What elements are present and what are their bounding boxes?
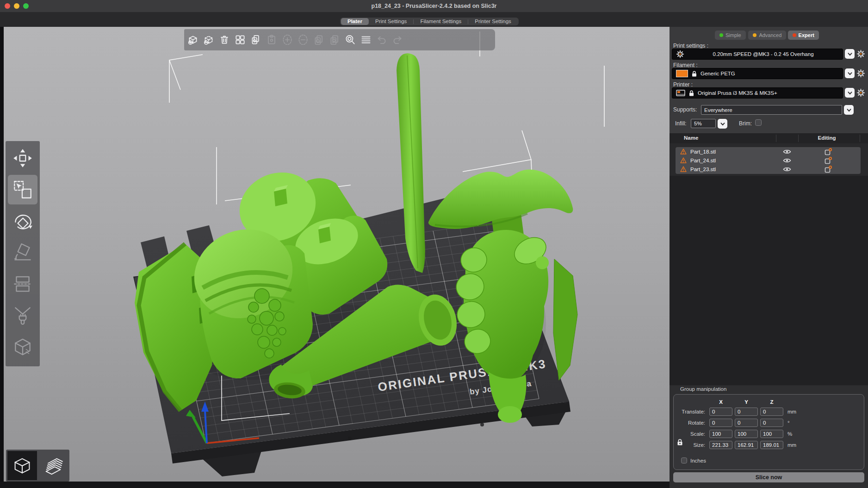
slice-now-button[interactable]: Slice now: [673, 472, 864, 482]
infill-combo[interactable]: 5%: [691, 119, 716, 128]
edit-object-button[interactable]: [825, 148, 832, 155]
delete-all-button[interactable]: [218, 34, 230, 46]
inches-checkbox[interactable]: [681, 457, 687, 463]
plater-scene: ORIGINAL PRUSA i3 MK3 by Josef Prusa: [4, 27, 670, 482]
tab-print-settings[interactable]: Print Settings: [369, 18, 413, 25]
uniform-scale-lock-icon[interactable]: [677, 439, 683, 448]
scale--label: Scale:: [680, 431, 707, 437]
window-title: p18_24_23 - PrusaSlicer-2.4.2 based on S…: [0, 0, 868, 12]
sidebar-spacer: [670, 176, 868, 385]
inches-label: Inches: [690, 458, 706, 463]
split-objects-button[interactable]: [313, 34, 325, 46]
copy-button[interactable]: [250, 34, 262, 46]
printer-label: Printer :: [673, 81, 693, 88]
print-settings-combo[interactable]: 0.20mm SPEED @MK3 - 0.2 45 Overhang: [672, 49, 843, 60]
mode-dot-icon: [793, 33, 796, 37]
delete-button[interactable]: [203, 34, 215, 46]
search-button[interactable]: [344, 34, 356, 46]
size--y-field[interactable]: [735, 441, 758, 449]
place-on-face-gizmo-button[interactable]: [8, 238, 37, 267]
rotate--y-field[interactable]: [735, 419, 758, 427]
rotate--z-field[interactable]: [760, 419, 783, 427]
print-settings-gear-button[interactable]: [856, 49, 865, 58]
edit-object-button[interactable]: [825, 157, 832, 164]
move-gizmo-button[interactable]: [8, 143, 37, 173]
scale-gizmo-button[interactable]: [8, 175, 37, 204]
translate--unit: mm: [786, 409, 804, 414]
edit-object-button[interactable]: [825, 166, 832, 173]
translate--x-field[interactable]: [709, 408, 732, 416]
add-button[interactable]: [187, 34, 199, 46]
seam-gizmo-button[interactable]: [8, 332, 37, 362]
object-name: Part_24.stl: [690, 158, 716, 163]
translate--z-field[interactable]: [760, 408, 783, 416]
translate--y-field[interactable]: [735, 408, 758, 416]
print-settings-label: Print settings :: [673, 43, 708, 49]
scale--unit: %: [786, 431, 804, 437]
object-list: Part_18.stlPart_24.stlPart_23.stl: [670, 143, 868, 176]
redo-button[interactable]: [391, 34, 403, 46]
filament-dropdown-button[interactable]: [845, 68, 855, 78]
axis-header-z: Z: [760, 399, 783, 405]
warning-icon: [680, 148, 687, 154]
lock-icon: [691, 70, 697, 77]
eye-visibility-button[interactable]: [783, 149, 791, 154]
preview-view-button[interactable]: [38, 451, 68, 480]
object-name: Part_18.stl: [690, 149, 716, 154]
editor-3d-view-button[interactable]: [7, 451, 37, 480]
paste-button[interactable]: [266, 34, 278, 46]
group-manipulation-grid: XYZTranslate:mmRotate:°Scale:%Size:mm: [680, 399, 804, 449]
remove-instance-button[interactable]: [297, 34, 309, 46]
supports-dropdown-button[interactable]: [844, 105, 854, 115]
mode-advanced-button[interactable]: Advanced: [748, 31, 786, 40]
supports-combo[interactable]: Everywhere: [701, 105, 842, 115]
mode-expert-button[interactable]: Expert: [788, 31, 819, 40]
tab-printer-settings[interactable]: Printer Settings: [468, 18, 518, 25]
eye-visibility-button[interactable]: [783, 158, 791, 163]
arrange-button[interactable]: [234, 34, 246, 46]
filament-combo[interactable]: Generic PETG: [672, 68, 843, 79]
variable-layer-height-button[interactable]: [360, 34, 372, 46]
size--z-field[interactable]: [760, 441, 783, 449]
filament-label: Filament :: [673, 62, 698, 68]
mode-simple-button[interactable]: Simple: [715, 31, 746, 40]
rotate--x-field[interactable]: [709, 419, 732, 427]
object-row-part-23-stl[interactable]: Part_23.stl: [676, 165, 861, 173]
eye-visibility-button[interactable]: [783, 167, 791, 172]
printer-combo[interactable]: Original Prusa i3 MK3S & MK3S+: [672, 87, 843, 99]
filament-gear-button[interactable]: [856, 69, 865, 78]
group-manipulation-panel: XYZTranslate:mmRotate:°Scale:%Size:mm In…: [673, 394, 864, 470]
scale--x-field[interactable]: [709, 430, 732, 438]
plater-toolbar: [184, 29, 495, 50]
paint-supports-gizmo-button[interactable]: [8, 301, 37, 330]
infill-label: Infill:: [675, 120, 687, 127]
sidebar: SimpleAdvancedExpert Print settings : 0.…: [670, 27, 868, 488]
print-settings-dropdown-button[interactable]: [845, 49, 855, 59]
group-manipulation-section: Group manipulation XYZTranslate:mmRotate…: [670, 385, 868, 488]
mode-dot-icon: [719, 33, 723, 37]
size--unit: mm: [786, 442, 804, 448]
scale--z-field[interactable]: [760, 430, 783, 438]
size--x-field[interactable]: [709, 441, 732, 449]
printer-dropdown-button[interactable]: [845, 88, 855, 98]
infill-dropdown-button[interactable]: [718, 119, 727, 129]
window-bottom-strip: [0, 482, 670, 488]
lock-icon: [688, 90, 694, 97]
axis-header-x: X: [709, 399, 732, 405]
add-instance-button[interactable]: [281, 34, 293, 46]
scale--y-field[interactable]: [735, 430, 758, 438]
name-column-header: Name: [684, 135, 698, 141]
viewport-3d[interactable]: ORIGINAL PRUSA i3 MK3 by Josef Prusa: [4, 27, 670, 482]
cut-gizmo-button[interactable]: [8, 269, 37, 299]
rotate-gizmo-button[interactable]: [8, 206, 37, 236]
object-row-part-18-stl[interactable]: Part_18.stl: [676, 147, 861, 156]
brim-checkbox[interactable]: [755, 119, 762, 126]
split-parts-button[interactable]: [329, 34, 341, 46]
object-row-part-24-stl[interactable]: Part_24.stl: [676, 156, 861, 165]
gear-icon: [676, 50, 684, 58]
printer-gear-button[interactable]: [856, 88, 865, 97]
undo-button[interactable]: [376, 34, 388, 46]
tab-plater[interactable]: Plater: [341, 18, 369, 25]
tab-filament-settings[interactable]: Filament Settings: [414, 18, 468, 25]
main-tab-bar: PlaterPrint SettingsFilament SettingsPri…: [0, 12, 868, 27]
